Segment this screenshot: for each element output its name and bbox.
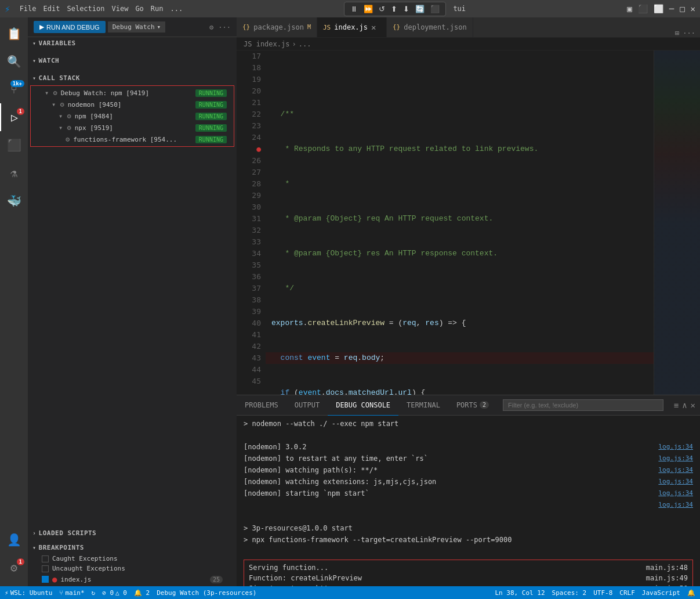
call-stack-item[interactable]: ▾ ⚙ nodemon [9450] RUNNING <box>31 99 234 110</box>
status-debug-session[interactable]: Debug Watch (3p-resources) <box>157 589 256 597</box>
status-git[interactable]: ⑂ main* <box>59 589 84 597</box>
menu-run[interactable]: Run <box>151 5 164 13</box>
layout3-icon[interactable]: ⬜ <box>654 4 663 13</box>
status-position[interactable]: Ln 38, Col 12 <box>495 589 545 597</box>
status-spaces[interactable]: Spaces: 2 <box>552 589 587 597</box>
breakpoint-caught-exceptions[interactable]: Caught Exceptions <box>28 554 237 564</box>
indexjs-checkbox[interactable] <box>42 576 49 583</box>
debug-pause-btn[interactable]: ⏸ <box>348 3 360 15</box>
status-notifications[interactable]: 🔔 2 <box>134 589 150 597</box>
nodemon-start-text: [nodemon] starting `npm start` <box>244 488 658 499</box>
line-24: 24 <box>239 132 261 143</box>
menu-bar: ⚡ File Edit Selection View Go Run ... ⏸ … <box>0 0 700 17</box>
menu-view[interactable]: View <box>111 5 128 13</box>
debug-restart-btn[interactable]: 🔄 <box>413 3 427 15</box>
more-icon[interactable]: ··· <box>218 23 231 31</box>
caught-exceptions-label: Caught Exceptions <box>52 555 118 562</box>
function-link[interactable]: main.js:49 <box>646 573 688 583</box>
status-bar: ⚡ WSL: Ubuntu ⑂ main* ↻ ⊘ 0 △ 0 🔔 2 Debu… <box>0 586 700 599</box>
menu-selection[interactable]: Selection <box>67 5 104 13</box>
minimap <box>654 50 700 395</box>
status-eol[interactable]: CRLF <box>619 589 635 597</box>
settings-badge: 1 <box>17 558 24 565</box>
line-35: 35 <box>239 259 261 271</box>
status-language[interactable]: JavaScript <box>642 589 680 597</box>
debug-step-out-btn[interactable]: ⬆ <box>389 3 400 15</box>
panel-wrap-icon[interactable]: ≡ <box>674 400 679 410</box>
nodemon-ext-link[interactable]: log.js:34 <box>658 477 693 487</box>
call-stack-item-status: RUNNING <box>195 101 227 109</box>
minimize-btn[interactable]: ─ <box>669 4 674 13</box>
nodemon-restart-link[interactable]: log.js:34 <box>658 453 693 464</box>
call-stack-item[interactable]: ▾ ⚙ npx [9519] RUNNING <box>31 122 234 133</box>
watch-header[interactable]: ▾ WATCH <box>28 55 237 67</box>
close-btn[interactable]: ✕ <box>691 4 695 13</box>
call-stack-item[interactable]: ▾ ⚙ Debug Watch: npm [9419] RUNNING <box>31 87 234 99</box>
menu-file[interactable]: File <box>20 5 37 13</box>
nodemon-start-link[interactable]: log.js:34 <box>658 488 693 499</box>
breakpoints-header[interactable]: ▾ BREAKPOINTS <box>28 542 237 554</box>
loaded-scripts-header[interactable]: › LOADED SCRIPTS <box>28 527 237 539</box>
panel-tab-ports[interactable]: PORTS 2 <box>448 395 497 416</box>
panel-tab-output[interactable]: OUTPUT <box>286 395 328 416</box>
breakpoint-uncaught-exceptions[interactable]: Uncaught Exceptions <box>28 564 237 573</box>
panel-tab-problems[interactable]: PROBLEMS <box>237 395 286 416</box>
git-icon: ⑂ <box>59 589 63 597</box>
panel-collapse-icon[interactable]: ∧ <box>682 400 687 410</box>
activity-settings[interactable]: ⚙ 1 <box>0 554 28 582</box>
debug-step-over-btn[interactable]: ⏩ <box>361 3 375 15</box>
gear-icon[interactable]: ⚙ <box>209 23 213 31</box>
activity-run-debug[interactable]: ▷ 1 <box>0 103 28 131</box>
activity-test[interactable]: ⚗ <box>0 159 28 187</box>
serving-link[interactable]: main.js:48 <box>646 562 688 573</box>
nodemon-watching-link[interactable]: log.js:34 <box>658 465 693 475</box>
nodemon-version-link[interactable]: log.js:34 <box>658 442 693 452</box>
menu-edit[interactable]: Edit <box>43 5 60 13</box>
tab-package-json[interactable]: {} package.json M <box>237 17 317 37</box>
status-errors[interactable]: ⊘ 0 △ 0 <box>102 589 127 597</box>
tab-more-icon[interactable]: ··· <box>683 29 695 37</box>
menu-more[interactable]: ... <box>171 5 183 13</box>
panel-tab-terminal[interactable]: TERMINAL <box>398 395 448 416</box>
panel-tab-debug-console[interactable]: DEBUG CONSOLE <box>328 395 398 416</box>
activity-account[interactable]: 👤 <box>0 526 28 554</box>
debug-step-into-btn[interactable]: ↺ <box>376 3 387 15</box>
layout-icon[interactable]: ▣ <box>627 4 632 13</box>
tab-bar-icons: ⊞ ··· <box>670 29 700 37</box>
menu-items: File Edit Selection View Go Run ... <box>20 5 183 13</box>
restore-btn[interactable]: □ <box>680 4 684 13</box>
uncaught-exceptions-checkbox[interactable] <box>42 565 49 572</box>
breakpoint-indexjs[interactable]: ● index.js 25 <box>28 573 237 585</box>
activity-source-control[interactable]: ⑂ 1k+ <box>0 75 28 103</box>
tab-deployment-json[interactable]: {} deployment.json <box>387 17 473 37</box>
split-editor-icon[interactable]: ⊞ <box>675 29 679 37</box>
tab-index-js[interactable]: JS index.js ✕ <box>317 17 387 37</box>
indexjs-count: 25 <box>210 576 223 583</box>
nodemon-empty-link[interactable]: log.js:34 <box>658 500 693 510</box>
status-sync[interactable]: ↻ <box>92 589 96 597</box>
panel-close-icon[interactable]: ✕ <box>691 400 695 410</box>
activity-docker[interactable]: 🐳 <box>0 187 28 215</box>
activity-extensions[interactable]: ⬛ <box>0 131 28 159</box>
tab-index-close[interactable]: ✕ <box>371 23 376 32</box>
debug-stop-btn[interactable]: ⬛ <box>428 3 442 15</box>
activity-search[interactable]: 🔍 <box>0 48 28 75</box>
call-stack-item[interactable]: ▾ ⚙ npm [9484] RUNNING <box>31 110 234 122</box>
status-wsl[interactable]: ⚡ WSL: Ubuntu <box>5 589 52 597</box>
call-stack-header[interactable]: ▾ CALL STACK <box>28 72 237 84</box>
code-content[interactable]: /** * Responds to any HTTP request relat… <box>266 50 654 395</box>
debug-config-selector[interactable]: Debug Watch ▾ <box>108 21 165 33</box>
caught-exceptions-checkbox[interactable] <box>42 555 49 562</box>
breadcrumb-file: JS index.js <box>244 40 289 48</box>
status-encoding[interactable]: UTF-8 <box>593 589 612 597</box>
call-stack-item[interactable]: ⚙ functions-framework [954... RUNNING <box>31 133 234 145</box>
status-notifications-bell[interactable]: 🔔 <box>687 589 695 597</box>
variables-header[interactable]: ▾ VARIABLES <box>28 37 237 49</box>
panel-filter-input[interactable] <box>503 399 663 411</box>
menu-go[interactable]: Go <box>135 5 143 13</box>
panel-content[interactable]: > nodemon --watch ./ --exec npm start [n… <box>237 416 700 586</box>
activity-explorer[interactable]: 📋 <box>0 20 28 48</box>
layout2-icon[interactable]: ⬛ <box>638 4 648 13</box>
run-debug-button[interactable]: ▶ RUN AND DEBUG <box>34 21 106 33</box>
debug-continue-btn[interactable]: ⬇ <box>401 3 412 15</box>
